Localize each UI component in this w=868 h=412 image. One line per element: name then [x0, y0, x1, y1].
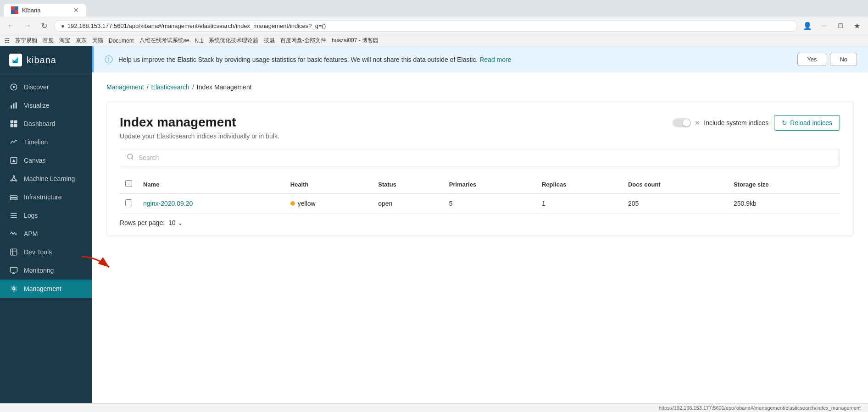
- sidebar-item-timelion[interactable]: Timelion: [0, 133, 92, 151]
- bookmark-huazai[interactable]: huazai007 - 博客园: [332, 37, 378, 44]
- sidebar-item-canvas[interactable]: Canvas: [0, 151, 92, 170]
- search-container: [120, 149, 840, 166]
- sidebar-item-label-monitoring: Monitoring: [24, 267, 54, 274]
- bookmarks-bar: ☷ 苏宁易购 百度 淘宝 京东 天猫 Document 八维在线考试系统se N…: [0, 35, 868, 46]
- col-header-name: Name: [138, 176, 285, 193]
- svg-rect-2: [11, 10, 15, 14]
- table-header-checkbox: [120, 176, 138, 193]
- breadcrumb-sep-2: /: [192, 83, 194, 91]
- sidebar-item-label-management: Management: [24, 285, 61, 292]
- maximize-button[interactable]: □: [834, 19, 847, 32]
- breadcrumb-management[interactable]: Management: [106, 83, 144, 91]
- info-icon: ⓘ: [105, 54, 113, 65]
- svg-point-30: [128, 154, 133, 159]
- bookmark-document[interactable]: Document: [109, 38, 134, 44]
- sidebar-item-label-dashboard: Dashboard: [24, 120, 56, 127]
- row-health-cell: yellow: [285, 193, 373, 214]
- rows-per-page-value: 10: [168, 219, 176, 226]
- page-subtitle: Update your Elasticsearch indices indivi…: [120, 132, 279, 140]
- section-title-area: Index management Update your Elasticsear…: [120, 115, 279, 140]
- sidebar-item-label-discover: Discover: [24, 83, 49, 91]
- search-icon: [127, 153, 134, 162]
- tab-close-button[interactable]: ✕: [73, 6, 79, 14]
- breadcrumb-sep-1: /: [147, 83, 149, 91]
- svg-rect-1: [15, 6, 18, 10]
- index-name-link[interactable]: nginx-2020.09.20: [143, 200, 193, 207]
- sidebar-item-label-ml: Machine Learning: [24, 175, 75, 182]
- col-header-health: Health: [285, 176, 373, 193]
- svg-rect-3: [15, 10, 18, 14]
- bookmark-jikui[interactable]: 技魁: [264, 37, 275, 44]
- svg-rect-27: [11, 267, 17, 272]
- reload-indices-label: Reload indices: [790, 119, 832, 126]
- svg-rect-6: [11, 105, 12, 109]
- sidebar-item-discover[interactable]: Discover: [0, 78, 92, 96]
- sidebar-item-label-canvas: Canvas: [24, 157, 45, 164]
- sidebar-item-infrastructure[interactable]: Infrastructure: [0, 188, 92, 206]
- minimize-button[interactable]: –: [818, 19, 830, 32]
- reload-indices-button[interactable]: ↻ Reload indices: [774, 115, 840, 131]
- bookmark-taobao[interactable]: 淘宝: [59, 37, 70, 44]
- svg-rect-10: [14, 121, 17, 124]
- management-icon: [9, 284, 18, 293]
- profile-button[interactable]: 👤: [801, 19, 814, 32]
- sidebar-item-label-infra: Infrastructure: [24, 193, 61, 201]
- sidebar-item-apm[interactable]: APM: [0, 225, 92, 243]
- col-header-primaries: Primaries: [444, 176, 536, 193]
- select-all-checkbox[interactable]: [125, 180, 132, 187]
- search-input[interactable]: [139, 154, 833, 161]
- sidebar-item-logs[interactable]: Logs: [0, 206, 92, 225]
- bookmark-bawei[interactable]: 八维在线考试系统se: [139, 37, 189, 44]
- star-button[interactable]: ★: [851, 19, 863, 32]
- breadcrumb-elasticsearch[interactable]: Elasticsearch: [151, 83, 189, 91]
- row-storage-size-cell: 250.9kb: [728, 193, 840, 214]
- svg-point-16: [16, 180, 17, 181]
- sidebar-item-dashboard[interactable]: Dashboard: [0, 115, 92, 133]
- banner-yes-button[interactable]: Yes: [797, 53, 826, 66]
- banner-actions: Yes No: [797, 53, 857, 66]
- row-status-cell: open: [373, 193, 444, 214]
- sidebar-item-machine-learning[interactable]: Machine Learning: [0, 170, 92, 188]
- bookmark-baidu-pan[interactable]: 百度网盘-全部文件: [280, 37, 326, 44]
- reload-page-button[interactable]: ↻: [38, 19, 50, 32]
- sidebar-item-dev-tools[interactable]: Dev Tools: [0, 243, 92, 261]
- svg-rect-8: [16, 102, 17, 109]
- read-more-link[interactable]: Read more: [479, 56, 511, 63]
- lock-icon: ●: [61, 22, 65, 29]
- rows-per-page-select[interactable]: 10 ⌄: [168, 219, 183, 226]
- chevron-down-icon: ⌄: [178, 219, 183, 226]
- bookmark-xitong[interactable]: 系统优化技术理论题: [209, 37, 258, 44]
- dev-tools-icon: [9, 247, 18, 257]
- back-button[interactable]: ←: [5, 19, 17, 32]
- forward-button[interactable]: →: [21, 19, 34, 32]
- row-checkbox[interactable]: [125, 199, 132, 206]
- bookmark-suning[interactable]: 苏宁易购: [15, 37, 37, 44]
- machine-learning-icon: [9, 174, 18, 183]
- bookmark-jingdong[interactable]: 京东: [76, 37, 87, 44]
- browser-tab[interactable]: Kibana ✕: [4, 4, 86, 16]
- apps-icon[interactable]: ☷: [5, 38, 10, 44]
- index-table: Name Health Status Primaries Replicas Do…: [120, 176, 840, 214]
- dashboard-icon: [9, 119, 18, 128]
- canvas-icon: [9, 156, 18, 165]
- monitoring-icon: [9, 266, 18, 275]
- col-header-storage-size: Storage size: [728, 176, 840, 193]
- address-bar[interactable]: ● 192.168.153.177:5601/app/kibana#/manag…: [54, 20, 797, 32]
- health-status-text: yellow: [298, 200, 316, 207]
- reload-icon: ↻: [782, 119, 787, 126]
- sidebar-item-label-visualize: Visualize: [24, 102, 50, 109]
- sidebar-item-label-devtools: Dev Tools: [24, 248, 52, 256]
- svg-line-18: [14, 177, 16, 180]
- banner-no-button[interactable]: No: [830, 53, 857, 66]
- sidebar-item-management[interactable]: Management: [0, 280, 92, 298]
- sidebar-item-visualize[interactable]: Visualize: [0, 96, 92, 115]
- col-header-replicas: Replicas: [536, 176, 623, 193]
- svg-rect-7: [13, 104, 15, 109]
- sidebar-item-monitoring[interactable]: Monitoring: [0, 261, 92, 280]
- status-bar: https://192.168.153.177:5601/app/kibana#…: [0, 403, 868, 412]
- bookmark-baidu[interactable]: 百度: [43, 37, 54, 44]
- bookmark-tianmao[interactable]: 天猫: [92, 37, 103, 44]
- bookmark-n1[interactable]: N.1: [195, 38, 203, 44]
- health-status-dot: [290, 201, 295, 206]
- include-system-indices-toggle[interactable]: [673, 118, 691, 127]
